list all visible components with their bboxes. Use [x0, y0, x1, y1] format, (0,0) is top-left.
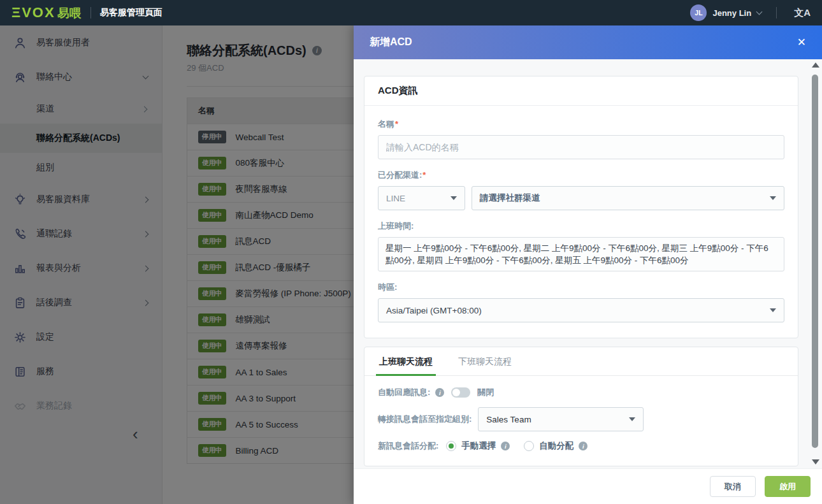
scrollbar-thumb[interactable]	[812, 75, 818, 448]
radio-manual-select[interactable]	[446, 441, 456, 451]
drawer-title: 新增ACD	[370, 36, 412, 49]
topbar-divider	[776, 7, 777, 18]
enable-button[interactable]: 啟用	[765, 476, 811, 497]
caret-down-icon	[629, 417, 635, 421]
caret-down-icon	[451, 196, 457, 200]
auto-reply-label: 自動回應訊息:	[378, 387, 430, 398]
required-asterisk: *	[395, 119, 398, 129]
info-icon[interactable]	[501, 442, 510, 450]
channel-type-value: LINE	[386, 194, 405, 203]
scroll-up-icon[interactable]	[812, 62, 819, 68]
drawer-footer: 取消 啟用	[354, 468, 822, 504]
close-icon[interactable]: ✕	[797, 37, 806, 48]
topbar-divider	[90, 7, 91, 18]
radio-auto-assign[interactable]	[524, 441, 534, 451]
add-acd-drawer: 新增ACD ✕ ACD資訊 名稱* 已分配渠道:* LINE	[354, 25, 822, 504]
topbar: ΞVOX 易喂 易客服管理頁面 JL Jenny Lin 文A	[0, 0, 822, 25]
channel-label: 已分配渠道:*	[378, 169, 784, 181]
user-name[interactable]: Jenny Lin	[712, 8, 751, 18]
name-label: 名稱*	[378, 119, 784, 130]
channel-type-select[interactable]: LINE	[378, 186, 465, 210]
info-icon[interactable]	[579, 442, 588, 450]
app-title: 易客服管理頁面	[100, 7, 162, 18]
info-icon[interactable]	[435, 388, 444, 397]
scrollbar	[811, 62, 819, 464]
transfer-group-value: Sales Team	[486, 415, 531, 424]
acd-name-input[interactable]	[378, 135, 784, 159]
work-hours-label: 上班時間:	[378, 220, 784, 232]
caret-down-icon	[770, 196, 776, 200]
radio-auto-label: 自動分配	[539, 440, 573, 452]
drawer-header: 新增ACD ✕	[354, 25, 822, 59]
logo-cjk: 易喂	[57, 5, 82, 22]
work-hours-value[interactable]: 星期一 上午9點00分 - 下午6點00分, 星期二 上午9點00分 - 下午6…	[378, 237, 784, 271]
transfer-group-label: 轉接訊息會話至指定組別:	[378, 414, 472, 425]
auto-reply-state: 關閉	[477, 387, 494, 398]
social-channel-select[interactable]: 請選擇社群渠道	[472, 186, 784, 210]
section-title: ACD資訊	[364, 76, 798, 106]
timezone-select[interactable]: Asia/Taipei (GMT+08:00)	[378, 298, 784, 322]
caret-down-icon	[770, 308, 776, 312]
transfer-group-select[interactable]: Sales Team	[478, 407, 644, 431]
timezone-value: Asia/Taipei (GMT+08:00)	[386, 306, 482, 315]
chevron-down-icon[interactable]	[756, 9, 763, 15]
auto-reply-toggle[interactable]	[451, 387, 470, 398]
logo-text: ΞVOX	[11, 4, 55, 21]
scroll-down-icon[interactable]	[812, 459, 819, 464]
assignment-label: 新訊息會話分配:	[378, 440, 438, 452]
radio-manual-label: 手動選擇	[461, 440, 496, 452]
avatar[interactable]: JL	[690, 4, 707, 21]
drawer-body: ACD資訊 名稱* 已分配渠道:* LINE	[354, 59, 822, 468]
cancel-button[interactable]: 取消	[710, 476, 756, 497]
evox-logo: ΞVOX 易喂	[11, 4, 82, 22]
tab-offduty-flow[interactable]: 下班聊天流程	[457, 347, 513, 375]
required-asterisk: *	[422, 170, 426, 180]
timezone-label: 時區:	[378, 282, 784, 293]
social-channel-placeholder: 請選擇社群渠道	[480, 192, 540, 204]
tab-onduty-flow[interactable]: 上班聊天流程	[378, 347, 434, 375]
acd-info-card: ACD資訊 名稱* 已分配渠道:* LINE	[364, 76, 798, 338]
flow-tabs: 上班聊天流程 下班聊天流程	[364, 347, 798, 376]
translate-icon[interactable]: 文A	[794, 7, 811, 19]
chat-flow-card: 上班聊天流程 下班聊天流程 自動回應訊息: 關閉 轉接訊息會話至指定組別: Sa…	[364, 347, 798, 466]
